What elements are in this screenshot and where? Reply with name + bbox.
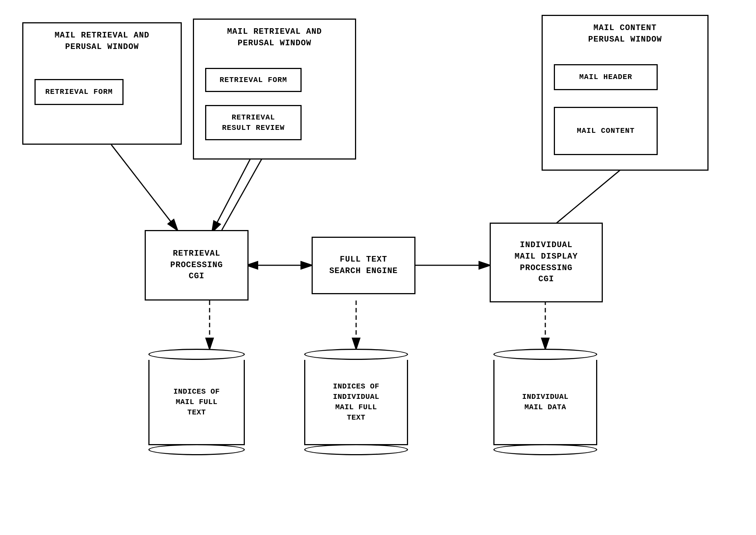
indices-mail-fulltext-cylinder: INDICES OFMAIL FULLTEXT bbox=[148, 349, 245, 455]
center-retrieval-form-label: RETRIEVAL FORM bbox=[220, 75, 287, 85]
individual-mail-data-cylinder: INDIVIDUALMAIL DATA bbox=[493, 349, 597, 455]
mail-content-box: MAIL CONTENT bbox=[554, 107, 658, 155]
retrieval-processing-cgi-box: RETRIEVALPROCESSINGCGI bbox=[145, 230, 249, 301]
cylinder-top-2 bbox=[304, 349, 408, 360]
indices-individual-mail-label: INDICES OFINDIVIDUALMAIL FULLTEXT bbox=[304, 360, 408, 445]
indices-mail-fulltext-label: INDICES OFMAIL FULLTEXT bbox=[148, 360, 245, 445]
left-retrieval-form-box: RETRIEVAL FORM bbox=[34, 79, 124, 105]
fulltext-search-engine-box: FULL TEXTSEARCH ENGINE bbox=[312, 237, 415, 294]
cylinder-bottom-3 bbox=[493, 444, 597, 455]
right-window-title: MAIL CONTENTPERUSAL WINDOW bbox=[543, 23, 707, 46]
mail-content-label: MAIL CONTENT bbox=[577, 126, 635, 136]
left-window-title: MAIL RETRIEVAL ANDPERUSAL WINDOW bbox=[23, 30, 181, 53]
diagram: MAIL RETRIEVAL ANDPERUSAL WINDOW RETRIEV… bbox=[0, 0, 756, 535]
svg-line-3 bbox=[111, 145, 177, 230]
cylinder-bottom-2 bbox=[304, 444, 408, 455]
individual-mail-display-cgi-label: INDIVIDUALMAIL DISPLAYPROCESSINGCGI bbox=[515, 240, 578, 285]
individual-mail-display-cgi-box: INDIVIDUALMAIL DISPLAYPROCESSINGCGI bbox=[490, 223, 603, 302]
center-result-review-label: RETRIEVALRESULT REVIEW bbox=[222, 112, 285, 133]
center-window-box: MAIL RETRIEVAL ANDPERUSAL WINDOW RETRIEV… bbox=[193, 19, 356, 160]
individual-mail-data-label: INDIVIDUALMAIL DATA bbox=[493, 360, 597, 445]
center-result-review-box: RETRIEVALRESULT REVIEW bbox=[205, 105, 302, 140]
retrieval-processing-cgi-label: RETRIEVALPROCESSINGCGI bbox=[170, 248, 223, 282]
fulltext-search-engine-label: FULL TEXTSEARCH ENGINE bbox=[329, 254, 398, 277]
left-retrieval-form-label: RETRIEVAL FORM bbox=[45, 87, 113, 97]
cylinder-top-1 bbox=[148, 349, 245, 360]
mail-header-label: MAIL HEADER bbox=[579, 72, 632, 82]
cylinder-bottom-1 bbox=[148, 444, 245, 455]
center-window-title: MAIL RETRIEVAL ANDPERUSAL WINDOW bbox=[194, 26, 355, 49]
center-retrieval-form-box: RETRIEVAL FORM bbox=[205, 68, 302, 92]
right-window-box: MAIL CONTENTPERUSAL WINDOW MAIL HEADER M… bbox=[542, 15, 709, 171]
cylinder-top-3 bbox=[493, 349, 597, 360]
indices-individual-mail-cylinder: INDICES OFINDIVIDUALMAIL FULLTEXT bbox=[304, 349, 408, 455]
mail-header-box: MAIL HEADER bbox=[554, 64, 658, 90]
left-window-box: MAIL RETRIEVAL ANDPERUSAL WINDOW RETRIEV… bbox=[22, 22, 182, 145]
